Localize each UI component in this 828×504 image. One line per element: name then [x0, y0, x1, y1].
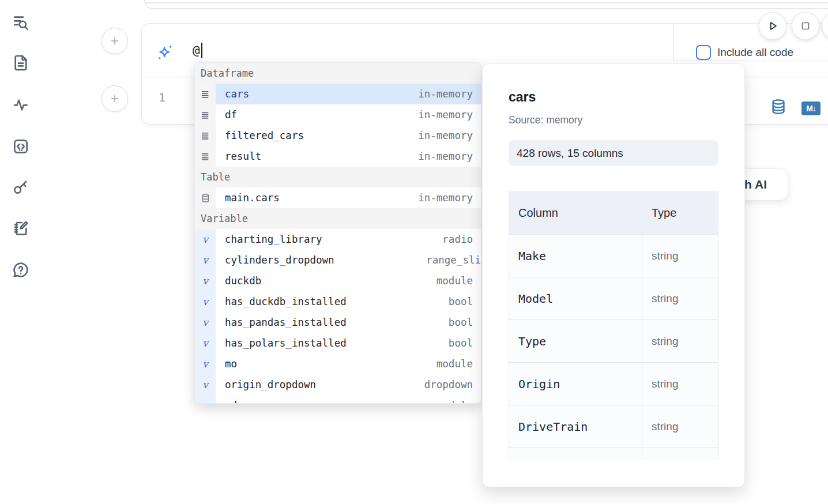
key-icon[interactable]	[12, 178, 30, 196]
dataframe-icon	[195, 146, 216, 167]
variable-icon: v	[195, 353, 216, 374]
variable-icon: v	[195, 229, 216, 250]
table-row	[509, 448, 718, 460]
previous-cell-bottom-edge	[144, 0, 828, 9]
autocomplete-item-has-pandas-installed[interactable]: v has_pandas_installed bool	[195, 312, 481, 333]
stop-button[interactable]	[792, 12, 819, 40]
dataframe-icon	[195, 104, 216, 125]
variable-icon: v	[195, 395, 216, 404]
include-all-code-label: Include all code	[717, 45, 793, 60]
section-header-variable: Variable	[195, 208, 481, 229]
generate-with-ai-label: h AI	[744, 178, 767, 191]
activity-icon[interactable]	[12, 95, 30, 114]
database-icon[interactable]	[770, 98, 787, 115]
table-row: Model string	[509, 277, 718, 320]
panel-source: Source: memory	[509, 114, 744, 126]
autocomplete-item-partial[interactable]: v pd module	[195, 395, 481, 404]
line-number: 1	[156, 91, 168, 104]
variable-icon: v	[195, 312, 216, 333]
autocomplete-item-has-duckdb-installed[interactable]: v has_duckdb_installed bool	[195, 291, 481, 312]
list-search-icon[interactable]	[12, 13, 30, 32]
variable-icon: v	[195, 374, 216, 395]
section-header-table: Table	[195, 167, 481, 187]
schema-table: Column Type Make string Model string Typ…	[509, 191, 718, 460]
autocomplete-item-charting-library[interactable]: v charting_library radio	[195, 229, 481, 250]
table-row: Make string	[509, 235, 718, 277]
dataframe-icon	[195, 125, 216, 146]
table-row: Type string	[509, 320, 718, 363]
table-database-icon	[195, 187, 216, 208]
panel-title: cars	[509, 89, 744, 105]
autocomplete-item-has-polars-installed[interactable]: v has_polars_installed bool	[195, 333, 481, 353]
variable-icon: v	[195, 333, 216, 353]
dataframe-icon	[195, 84, 216, 104]
add-cell-below-button[interactable]	[101, 85, 128, 112]
variable-icon: v	[195, 250, 216, 270]
autocomplete-item-mo[interactable]: v mo module	[195, 353, 481, 374]
run-cell-button[interactable]	[759, 12, 786, 40]
panel-shape-badge: 428 rows, 15 columns	[509, 140, 718, 166]
add-cell-above-button[interactable]	[101, 28, 128, 54]
include-all-code-checkbox[interactable]	[696, 45, 711, 60]
ai-prompt-input[interactable]: @	[193, 43, 202, 58]
autocomplete-item-origin-dropdown[interactable]: v origin_dropdown dropdown	[195, 374, 481, 395]
text-cursor	[201, 43, 202, 58]
ai-prompt-value: @	[193, 44, 200, 58]
code-snippets-icon[interactable]	[12, 137, 30, 156]
column-header: Column	[509, 192, 642, 235]
autocomplete-item-df[interactable]: df in-memory	[195, 104, 481, 125]
autocomplete-item-cars[interactable]: cars in-memory	[195, 84, 481, 104]
autocomplete-item-duckdb[interactable]: v duckdb module	[195, 270, 481, 291]
section-header-dataframe: Dataframe	[195, 63, 481, 84]
autocomplete-item-cylinders-dropdown[interactable]: v cylinders_dropdown range_sli	[195, 250, 481, 270]
variable-icon: v	[195, 270, 216, 291]
type-header: Type	[642, 192, 718, 235]
markdown-icon[interactable]: M↓	[801, 101, 821, 115]
schema-table-header: Column Type	[509, 192, 718, 235]
autocomplete-popup: Dataframe cars in-memory df in-memory fi…	[194, 62, 481, 404]
table-row: Origin string	[509, 363, 718, 405]
autocomplete-item-main-cars[interactable]: main.cars in-memory	[195, 187, 481, 208]
dataframe-preview-panel: cars Source: memory 428 rows, 15 columns…	[482, 63, 745, 487]
ai-sparkles-icon	[156, 43, 175, 62]
scratchpad-icon[interactable]	[12, 219, 30, 238]
table-row: DriveTrain string	[509, 405, 718, 448]
autocomplete-item-result[interactable]: result in-memory	[195, 146, 481, 167]
marimo-notebook: @ Include all code 1 M↓ h AI Dataframe c…	[0, 0, 828, 504]
variable-icon: v	[195, 291, 216, 312]
file-text-icon[interactable]	[12, 54, 30, 72]
help-icon[interactable]	[12, 261, 30, 279]
autocomplete-item-filtered-cars[interactable]: filtered_cars in-memory	[195, 125, 481, 146]
